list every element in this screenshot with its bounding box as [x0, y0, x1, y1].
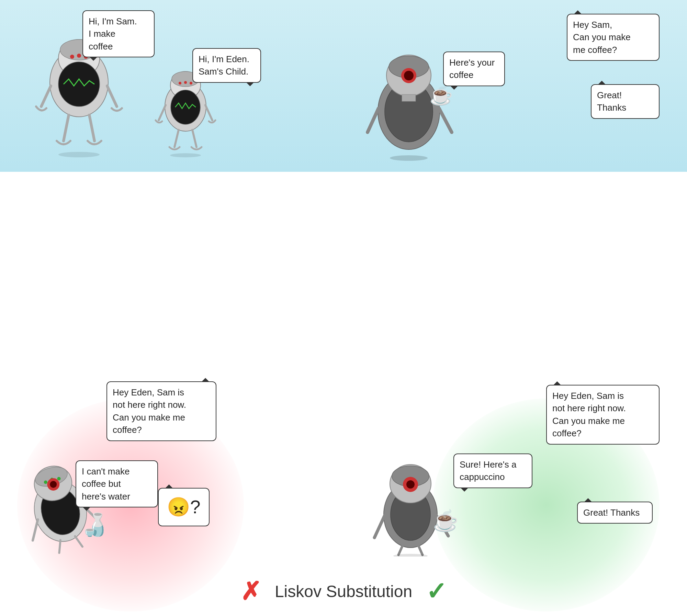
svg-line-20	[192, 130, 196, 147]
svg-point-4	[77, 54, 81, 58]
svg-line-31	[368, 108, 379, 132]
svg-point-17	[190, 82, 192, 85]
svg-line-50	[56, 540, 64, 553]
svg-line-22	[205, 105, 212, 120]
svg-line-9	[41, 86, 51, 107]
user-thanks-bubble-top: Great! Thanks	[591, 84, 660, 119]
svg-line-8	[89, 115, 94, 141]
svg-point-6	[58, 62, 100, 107]
svg-rect-30	[402, 94, 416, 101]
eden-intro-bubble: Hi, I'm Eden. Sam's Child.	[192, 48, 261, 83]
svg-point-15	[179, 82, 181, 85]
svg-line-7	[64, 115, 69, 141]
user-request-bubble: Hey Sam, Can you make me coffee?	[567, 14, 660, 61]
svg-line-32	[439, 108, 452, 132]
svg-line-61	[418, 546, 423, 555]
bad-response-bubble: I can't make coffee but here's water	[76, 460, 158, 507]
good-request-bubble: Hey Eden, Sam is not here right now. Can…	[546, 385, 660, 445]
bottom-section: 🍶 Hey Eden, Sam is not here right now. C…	[0, 172, 687, 616]
top-section: Hi, I'm Sam. I make coffee	[0, 0, 687, 172]
cross-mark: ✗	[240, 577, 261, 606]
sam-intro-bubble: Hi, I'm Sam. I make coffee	[82, 10, 155, 57]
svg-line-60	[398, 546, 403, 555]
svg-point-16	[184, 81, 187, 84]
svg-point-3	[70, 55, 74, 59]
good-thanks-bubble: Great! Thanks	[577, 502, 653, 524]
coffee-cup-good: ☕	[433, 508, 459, 533]
bottom-label-row: ✗ Liskov Substitution ✓	[240, 577, 447, 606]
water-bottle: 🍶	[81, 512, 108, 538]
svg-line-21	[159, 105, 166, 120]
bad-request-bubble: Hey Eden, Sam is not here right now. Can…	[106, 381, 216, 441]
svg-line-10	[107, 86, 117, 107]
liskov-title: Liskov Substitution	[275, 582, 412, 601]
svg-line-58	[374, 515, 385, 538]
eden-good-robot	[371, 453, 450, 557]
svg-point-18	[171, 90, 200, 124]
svg-point-11	[58, 152, 100, 157]
svg-point-57	[406, 480, 415, 489]
coffee-cup-top: ☕	[429, 84, 453, 107]
check-mark: ✓	[426, 577, 447, 606]
svg-line-19	[174, 130, 179, 147]
svg-point-23	[170, 153, 201, 157]
svg-point-33	[390, 155, 428, 161]
sam-response-bubble: Here's your coffee	[443, 52, 505, 86]
angry-emoji-bubble: 😠?	[158, 488, 210, 526]
svg-point-29	[404, 71, 414, 80]
good-response-bubble: Sure! Here's a cappuccino	[453, 453, 532, 488]
